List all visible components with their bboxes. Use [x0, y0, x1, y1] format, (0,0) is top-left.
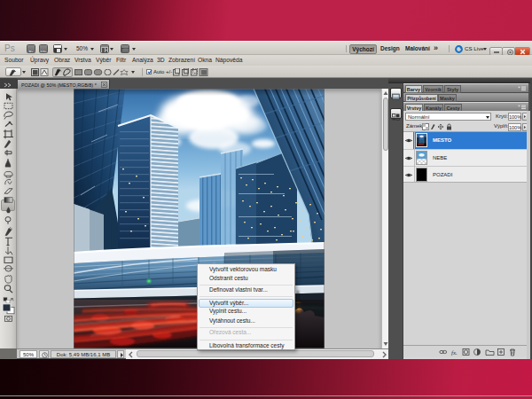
svg-text:fx.: fx.: [451, 349, 458, 356]
